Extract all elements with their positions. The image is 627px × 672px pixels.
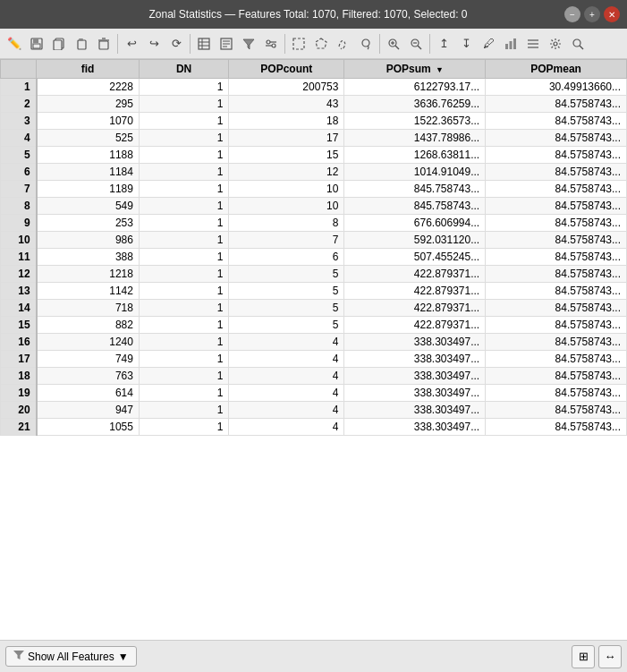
table-row[interactable]: 22951433636.76259...84.5758743... bbox=[1, 96, 627, 113]
zoom-out-icon[interactable] bbox=[405, 32, 427, 55]
window-controls: − + ✕ bbox=[564, 6, 620, 22]
cell-popsum: 338.303497... bbox=[344, 385, 486, 402]
paste-icon[interactable] bbox=[71, 32, 92, 55]
table-row[interactable]: 13114215422.879371...84.5758743... bbox=[1, 283, 627, 300]
undo-icon[interactable]: ↩ bbox=[121, 32, 142, 55]
table-row[interactable]: 925318676.606994...84.5758743... bbox=[1, 215, 627, 232]
cell-fid: 295 bbox=[37, 96, 140, 113]
table-row[interactable]: 1588215422.879371...84.5758743... bbox=[1, 317, 627, 334]
lasso-icon[interactable] bbox=[355, 32, 377, 55]
svg-rect-35 bbox=[513, 38, 516, 49]
separator4 bbox=[379, 34, 380, 54]
select-rect-icon[interactable] bbox=[288, 32, 309, 55]
table-row[interactable]: 1471815422.879371...84.5758743... bbox=[1, 300, 627, 317]
cell-popmean: 84.5758743... bbox=[486, 147, 627, 164]
show-all-features-label: Show All Features bbox=[28, 651, 114, 663]
delete-icon[interactable] bbox=[93, 32, 114, 55]
cell-rownum: 21 bbox=[1, 419, 37, 436]
table-row[interactable]: 1876314338.303497...84.5758743... bbox=[1, 368, 627, 385]
statistics-icon[interactable] bbox=[522, 32, 544, 55]
form-view-icon[interactable] bbox=[216, 32, 237, 55]
cell-popsum: 338.303497... bbox=[344, 419, 486, 436]
config-icon[interactable] bbox=[545, 32, 566, 55]
cell-rownum: 15 bbox=[1, 317, 37, 334]
close-button[interactable]: ✕ bbox=[604, 6, 620, 22]
popcount-header[interactable]: POPcount bbox=[229, 60, 344, 79]
table-row[interactable]: 511881151268.63811...84.5758743... bbox=[1, 147, 627, 164]
table-row[interactable]: 8549110845.758743...84.5758743... bbox=[1, 198, 627, 215]
cell-popsum: 338.303497... bbox=[344, 351, 486, 368]
cell-popmean: 84.5758743... bbox=[486, 113, 627, 130]
refresh-icon[interactable]: ⟳ bbox=[165, 32, 187, 55]
show-all-features-button[interactable]: Show All Features ▼ bbox=[5, 646, 137, 667]
svg-point-20 bbox=[272, 44, 275, 47]
cell-dn: 1 bbox=[139, 215, 228, 232]
cell-fid: 1218 bbox=[37, 266, 140, 283]
table-row[interactable]: 2094714338.303497...84.5758743... bbox=[1, 402, 627, 419]
select-polygon-icon[interactable] bbox=[310, 32, 332, 55]
resize-columns-icon[interactable]: ↔ bbox=[598, 645, 622, 668]
expand-columns-icon[interactable]: ⊞ bbox=[572, 645, 595, 668]
table-row[interactable]: 45251171437.78986...84.5758743... bbox=[1, 130, 627, 147]
cell-dn: 1 bbox=[139, 266, 228, 283]
minimize-button[interactable]: − bbox=[564, 6, 580, 22]
cell-dn: 1 bbox=[139, 368, 228, 385]
table-row[interactable]: 71189110845.758743...84.5758743... bbox=[1, 181, 627, 198]
fid-header[interactable]: fid bbox=[37, 60, 140, 79]
cell-fid: 718 bbox=[37, 300, 140, 317]
table-row[interactable]: 1222812007536122793.17...30.49913660... bbox=[1, 79, 627, 96]
pencil-icon[interactable]: ✏️ bbox=[4, 32, 25, 55]
maximize-button[interactable]: + bbox=[584, 6, 600, 22]
table-row[interactable]: 310701181522.36573...84.5758743... bbox=[1, 113, 627, 130]
import-icon[interactable]: ↧ bbox=[455, 32, 477, 55]
save-icon[interactable] bbox=[26, 32, 47, 55]
table-row[interactable]: 1098617592.031120...84.5758743... bbox=[1, 232, 627, 249]
attribute-table[interactable]: fid DN POPcount POPsum ▼ POPmean 1222812… bbox=[0, 59, 627, 640]
cell-popmean: 84.5758743... bbox=[486, 181, 627, 198]
cell-popmean: 84.5758743... bbox=[486, 164, 627, 181]
cell-popmean: 84.5758743... bbox=[486, 266, 627, 283]
popmean-header[interactable]: POPmean bbox=[486, 60, 627, 79]
edit-attributes-icon[interactable]: 🖊 bbox=[478, 32, 499, 55]
table-row[interactable]: 1138816507.455245...84.5758743... bbox=[1, 249, 627, 266]
advanced-filter-icon[interactable] bbox=[260, 32, 282, 55]
table-row[interactable]: 16124014338.303497...84.5758743... bbox=[1, 334, 627, 351]
popsum-header sortable[interactable]: POPsum ▼ bbox=[344, 60, 486, 79]
table-row[interactable]: 1774914338.303497...84.5758743... bbox=[1, 351, 627, 368]
separator2 bbox=[190, 34, 191, 54]
title-bar: Zonal Statistics — Features Total: 1070,… bbox=[0, 0, 627, 29]
export-icon[interactable]: ↥ bbox=[433, 32, 454, 55]
table-row[interactable]: 1961414338.303497...84.5758743... bbox=[1, 385, 627, 402]
dn-header[interactable]: DN bbox=[139, 60, 228, 79]
cell-popcount: 8 bbox=[229, 215, 344, 232]
zoom-in-icon[interactable] bbox=[383, 32, 404, 55]
redo-icon[interactable]: ↪ bbox=[143, 32, 165, 55]
chart-icon[interactable] bbox=[500, 32, 521, 55]
table-row[interactable]: 611841121014.91049...84.5758743... bbox=[1, 164, 627, 181]
cell-popmean: 84.5758743... bbox=[486, 368, 627, 385]
cell-popcount: 12 bbox=[229, 164, 344, 181]
cell-dn: 1 bbox=[139, 96, 228, 113]
cell-popmean: 84.5758743... bbox=[486, 130, 627, 147]
copy-icon[interactable] bbox=[48, 32, 70, 55]
cell-dn: 1 bbox=[139, 419, 228, 436]
svg-point-25 bbox=[362, 39, 369, 47]
cell-dn: 1 bbox=[139, 164, 228, 181]
cell-fid: 1184 bbox=[37, 164, 140, 181]
filter-icon[interactable] bbox=[238, 32, 259, 55]
table-view-icon[interactable] bbox=[193, 32, 215, 55]
cell-popmean: 30.49913660... bbox=[486, 79, 627, 96]
cell-popmean: 84.5758743... bbox=[486, 385, 627, 402]
cell-popmean: 84.5758743... bbox=[486, 283, 627, 300]
select-freehand-icon[interactable] bbox=[333, 32, 354, 55]
cell-rownum: 12 bbox=[1, 266, 37, 283]
svg-line-41 bbox=[580, 46, 583, 49]
cell-popcount: 18 bbox=[229, 113, 344, 130]
table-row[interactable]: 12121815422.879371...84.5758743... bbox=[1, 266, 627, 283]
cell-popcount: 4 bbox=[229, 402, 344, 419]
table-row[interactable]: 21105514338.303497...84.5758743... bbox=[1, 419, 627, 436]
search-icon[interactable] bbox=[567, 32, 589, 55]
cell-popsum: 422.879371... bbox=[344, 266, 486, 283]
cell-popcount: 10 bbox=[229, 181, 344, 198]
cell-rownum: 9 bbox=[1, 215, 37, 232]
